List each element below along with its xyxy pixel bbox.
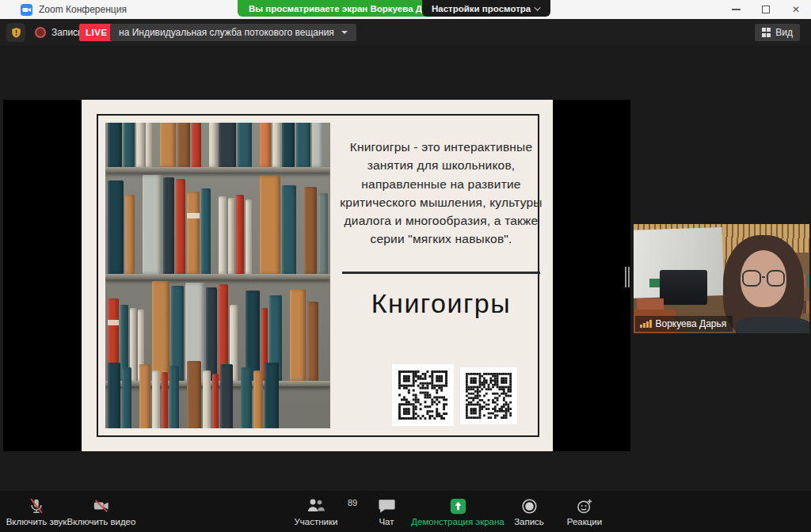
participants-label: Участники (295, 517, 338, 526)
book-spine (236, 195, 244, 274)
book-spine (260, 123, 271, 167)
participants-button[interactable]: 89 Участники (290, 497, 342, 526)
share-screen-button[interactable]: Демонстрация экрана (412, 497, 504, 526)
book-spine (187, 361, 201, 428)
book-spine (265, 363, 279, 428)
book-spine (220, 364, 233, 428)
book-spine (146, 123, 152, 167)
view-button-label: Вид (775, 27, 793, 38)
reactions-smiley-icon (576, 498, 593, 515)
shield-icon (10, 27, 22, 39)
minimize-icon (732, 9, 741, 10)
video-panel-handle[interactable] (625, 267, 630, 287)
bookshelf-image (105, 123, 330, 428)
participants-icon (307, 498, 326, 514)
glasses (742, 270, 785, 287)
unmute-button[interactable]: Включить звук (6, 497, 67, 526)
record-label: Запись (514, 517, 544, 526)
close-button[interactable]: ✕ (781, 0, 811, 19)
book-spine (124, 123, 135, 167)
microphone-muted-icon (28, 497, 45, 515)
participant-name-tag: Воркуева Дарья (635, 316, 733, 332)
record-icon (521, 498, 538, 515)
title-bar: Zoom Конференция Вы просматриваете экран… (0, 0, 811, 19)
record-dot-icon (35, 27, 46, 38)
chat-label: Чат (379, 517, 394, 526)
record-button[interactable]: Запись (507, 497, 551, 526)
book-spine (177, 123, 190, 167)
slide-title: Книгоигры (339, 288, 543, 319)
qr-code-2 (460, 367, 517, 424)
book-spine (169, 366, 179, 428)
window-controls: ✕ (721, 0, 811, 19)
book-spine (318, 193, 328, 274)
share-screen-icon (450, 498, 466, 515)
view-settings-dropdown[interactable]: Настройки просмотра (422, 0, 550, 17)
book-spine (152, 281, 169, 381)
book-spine (228, 198, 234, 274)
book-spine (108, 123, 122, 167)
book-spine (203, 370, 211, 428)
book-spine (201, 188, 211, 274)
zoom-window: Zoom Конференция Вы просматриваете экран… (0, 0, 811, 532)
stream-destination-label: на Индивидуальная служба потокового веща… (119, 27, 334, 38)
book-spine (312, 123, 323, 167)
reactions-button[interactable]: Реакции (561, 497, 608, 526)
app-title: Zoom Конференция (39, 4, 127, 15)
chat-bubble-icon (379, 498, 395, 514)
qr-code-1 (392, 364, 454, 426)
encryption-badge[interactable] (6, 23, 25, 42)
book-spine (152, 370, 160, 428)
recording-label: Запись (51, 27, 82, 38)
book-spine (272, 123, 280, 167)
book-spine (219, 123, 236, 167)
book-spine (108, 363, 120, 428)
book-spine (163, 177, 174, 274)
slide-paragraph: Книгоигры - это интерактивные занятия дл… (339, 138, 543, 249)
book-spine (282, 185, 296, 274)
book-spine (246, 200, 252, 274)
stream-destination-dropdown[interactable]: на Индивидуальная служба потокового веща… (110, 24, 356, 41)
slide-divider (342, 272, 540, 274)
title-bar-left: Zoom Конференция (21, 0, 127, 19)
book-spine (108, 180, 124, 274)
participant-name: Воркуева Дарья (656, 318, 727, 329)
participant-video-tile[interactable]: Воркуева Дарья (634, 224, 809, 333)
meeting-toolbar: Включить звук Включить видео (0, 491, 811, 532)
book-spine (160, 123, 176, 167)
minimize-button[interactable] (721, 0, 751, 19)
presentation-slide: Книгоигры - это интерактивные занятия дл… (82, 100, 553, 451)
book-spine (192, 123, 201, 167)
book-spine (125, 195, 135, 274)
grid-view-icon (762, 28, 771, 37)
book-spine (253, 370, 263, 428)
participants-count: 89 (348, 498, 357, 507)
book-spine (238, 123, 252, 167)
book-spine (260, 176, 280, 274)
book-spine (187, 192, 200, 274)
reactions-label: Реакции (567, 517, 602, 526)
view-settings-label: Настройки просмотра (432, 4, 531, 13)
meeting-info-bar: Запись LIVE на Индивидуальная служба пот… (0, 19, 811, 46)
book-spine (162, 372, 168, 428)
book-spine (219, 196, 227, 274)
maximize-button[interactable] (751, 0, 781, 19)
chevron-down-icon (535, 4, 541, 10)
book-spine (307, 302, 318, 381)
recording-indicator: Запись (35, 23, 82, 42)
book-spine (296, 123, 310, 167)
book-spine (136, 123, 144, 167)
view-button[interactable]: Вид (755, 24, 800, 41)
signal-bars-icon (640, 320, 652, 328)
start-video-button[interactable]: Включить видео (70, 497, 133, 526)
camera-off-icon (92, 497, 111, 515)
book-spine (290, 289, 306, 381)
share-screen-label: Демонстрация экрана (411, 517, 504, 526)
chat-button[interactable]: Чат (366, 497, 407, 526)
book-spine (206, 287, 217, 381)
book-spine (143, 175, 162, 274)
book-spine (241, 367, 252, 428)
shared-screen-region: Книгоигры - это интерактивные занятия дл… (3, 100, 630, 451)
zoom-logo-icon (21, 4, 32, 16)
close-icon: ✕ (792, 5, 800, 14)
